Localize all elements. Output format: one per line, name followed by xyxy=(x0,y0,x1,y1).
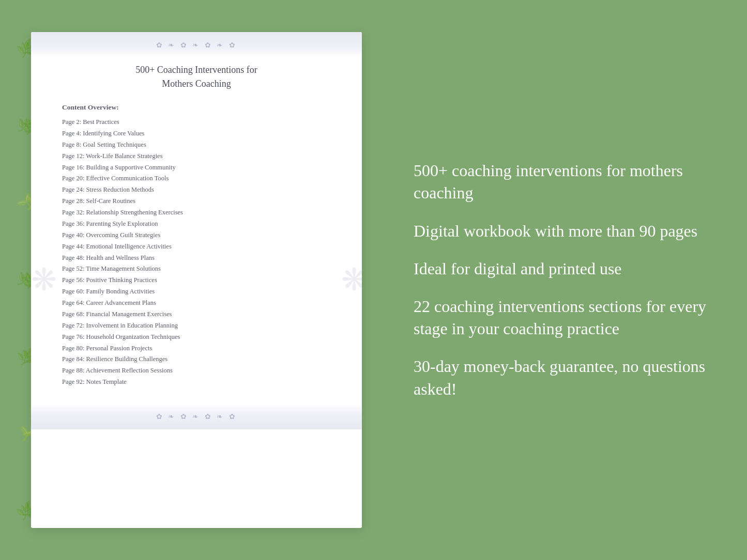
doc-right-mandala: ❋ xyxy=(341,265,362,295)
toc-item: Page 20: Effective Communication Tools xyxy=(62,173,331,184)
toc-item: Page 8: Goal Setting Techniques xyxy=(62,139,331,151)
marketing-block-3: 22 coaching interventions sections for e… xyxy=(414,295,716,340)
toc-item: Page 48: Health and Wellness Plans xyxy=(62,253,331,264)
toc-item: Page 40: Overcoming Guilt Strategies xyxy=(62,230,331,241)
document-title: 500+ Coaching Interventions for Mothers … xyxy=(62,63,331,91)
toc-item: Page 84: Resilience Building Challenges xyxy=(62,354,331,365)
toc-item: Page 52: Time Management Solutions xyxy=(62,263,331,275)
toc-item: Page 36: Parenting Style Exploration xyxy=(62,219,331,230)
document-content: 500+ Coaching Interventions for Mothers … xyxy=(31,58,362,393)
toc-item: Page 88: Achievement Reflection Sessions xyxy=(62,365,331,377)
title-line-2: Mothers Coaching xyxy=(162,79,231,89)
table-of-contents: Page 2: Best PracticesPage 4: Identifyin… xyxy=(62,117,331,388)
marketing-block-2: Ideal for digital and printed use xyxy=(414,258,716,280)
marketing-text-1: Digital workbook with more than 90 pages xyxy=(414,220,716,242)
toc-item: Page 4: Identifying Core Values xyxy=(62,128,331,139)
doc-left-mandala: ❋ xyxy=(31,265,52,295)
toc-item: Page 32: Relationship Strengthening Exer… xyxy=(62,207,331,219)
toc-item: Page 24: Stress Reduction Methods xyxy=(62,184,331,196)
toc-item: Page 28: Self-Care Routines xyxy=(62,196,331,207)
toc-item: Page 60: Family Bonding Activities xyxy=(62,286,331,298)
toc-item: Page 80: Personal Passion Projects xyxy=(62,343,331,354)
marketing-block-0: 500+ coaching interventions for mothers … xyxy=(414,160,716,204)
marketing-text-2: Ideal for digital and printed use xyxy=(414,258,716,280)
marketing-text-0: 500+ coaching interventions for mothers … xyxy=(414,160,716,204)
marketing-block-4: 30-day money-back guarantee, no question… xyxy=(414,355,716,400)
marketing-panel: 500+ coaching interventions for mothers … xyxy=(393,0,747,560)
toc-item: Page 56: Positive Thinking Practices xyxy=(62,275,331,286)
toc-item: Page 64: Career Advancement Plans xyxy=(62,298,331,309)
document-bottom-decoration xyxy=(31,403,362,429)
content-overview-label: Content Overview: xyxy=(62,103,331,112)
title-line-1: 500+ Coaching Interventions for xyxy=(135,65,257,75)
marketing-text-4: 30-day money-back guarantee, no question… xyxy=(414,355,716,400)
document-top-decoration xyxy=(31,32,362,58)
toc-item: Page 2: Best Practices xyxy=(62,117,331,128)
toc-item: Page 16: Building a Supportive Community xyxy=(62,162,331,174)
toc-item: Page 68: Financial Management Exercises xyxy=(62,309,331,320)
toc-item: Page 44: Emotional Intelligence Activiti… xyxy=(62,241,331,253)
toc-item: Page 76: Household Organization Techniqu… xyxy=(62,332,331,343)
toc-item: Page 72: Involvement in Education Planni… xyxy=(62,320,331,332)
document-panel: ❋ ❋ 500+ Coaching Interventions for Moth… xyxy=(0,0,393,560)
marketing-text-3: 22 coaching interventions sections for e… xyxy=(414,295,716,340)
toc-item: Page 92: Notes Template xyxy=(62,377,331,388)
marketing-block-1: Digital workbook with more than 90 pages xyxy=(414,220,716,242)
workbook-document: ❋ ❋ 500+ Coaching Interventions for Moth… xyxy=(31,32,362,528)
toc-item: Page 12: Work-Life Balance Strategies xyxy=(62,151,331,162)
